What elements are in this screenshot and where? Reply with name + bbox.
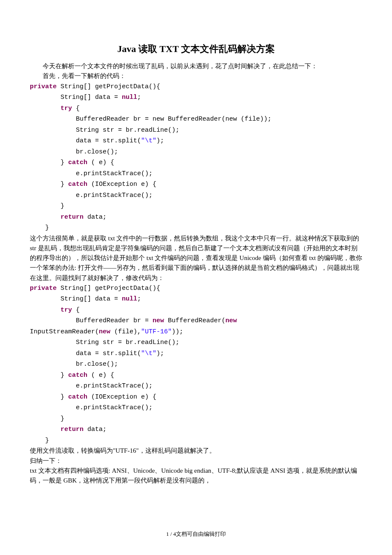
- string-literal: "UTF-16": [141, 328, 172, 335]
- code-text: }: [30, 393, 68, 401]
- code-text: InputStreamReader(: [30, 328, 99, 335]
- code-text: data;: [84, 426, 107, 433]
- keyword-return: return: [61, 426, 84, 433]
- code-text: }: [30, 181, 68, 188]
- code-text: ( e) {: [87, 159, 114, 166]
- keyword-private: private: [30, 83, 57, 90]
- keyword-catch: catch: [68, 181, 87, 188]
- keyword-try: try: [61, 306, 72, 314]
- code-text: data = str.split(: [30, 137, 141, 145]
- code-text: ));: [172, 328, 183, 335]
- page-footer: 1 / 4文档可自由编辑打印: [0, 530, 392, 538]
- code-text: }: [30, 202, 64, 210]
- keyword-catch: catch: [68, 159, 87, 166]
- code-text: e.printStackTrace();: [30, 404, 153, 411]
- code-text: BufferedReader br = new BufferedReader(n…: [30, 116, 271, 123]
- keyword-catch: catch: [68, 393, 87, 401]
- code-text: String[] getProjectData(){: [57, 285, 160, 292]
- code-text: [30, 105, 61, 112]
- code-text: data = str.split(: [30, 350, 141, 357]
- code-text: ( e) {: [87, 372, 114, 379]
- code-text: [30, 426, 61, 433]
- code-text: [237, 317, 241, 324]
- string-literal: "\t": [141, 137, 156, 145]
- code-text: String str = br.readLine();: [30, 339, 179, 346]
- code-text: (file),: [110, 328, 141, 335]
- code-text: }: [30, 415, 64, 422]
- code-text: String[] data =: [30, 94, 122, 101]
- code-text: }: [30, 437, 49, 444]
- code-text: );: [156, 350, 164, 357]
- code-text: }: [30, 372, 68, 379]
- code-text: }: [30, 159, 68, 166]
- keyword-catch: catch: [68, 372, 87, 379]
- keyword-new: new: [225, 317, 237, 324]
- code-text: ;: [137, 94, 141, 101]
- code-text: );: [156, 137, 164, 145]
- code-text: (IOException e) {: [87, 181, 156, 188]
- keyword-new: new: [99, 328, 110, 335]
- code-text: String[] data =: [30, 295, 122, 303]
- code-text: br.close();: [30, 148, 118, 156]
- code-text: BufferedReader br =: [30, 317, 153, 324]
- code-text: {: [72, 306, 80, 314]
- code-text: }: [30, 224, 49, 231]
- paragraph-explain-1: 这个方法很简单，就是获取 txt 文件中的一行数据，然后转换为数组，我这个文本中…: [30, 234, 362, 283]
- code-text: e.printStackTrace();: [30, 192, 153, 199]
- keyword-try: try: [61, 105, 72, 112]
- code-block-1: private String[] getProjectData(){ Strin…: [30, 81, 362, 234]
- paragraph-summary-1: txt 文本文档有四种编码选项: ANSI、Unicode、Unicode bi…: [30, 466, 362, 486]
- code-text: String[] getProjectData(){: [57, 83, 160, 90]
- code-text: data;: [84, 214, 107, 221]
- code-text: [30, 214, 61, 221]
- code-text: ;: [137, 295, 141, 303]
- code-text: (IOException e) {: [87, 393, 156, 401]
- paragraph-intro-2: 首先，先看一下解析的代码：: [30, 71, 362, 81]
- code-text: BufferedReader(: [164, 317, 225, 324]
- paragraph-intro-1: 今天在解析一个文本文件的时候出现了乱码，以前从未遇到，花了点时间解决了，在此总结…: [30, 61, 362, 71]
- keyword-return: return: [61, 214, 84, 221]
- keyword-private: private: [30, 285, 57, 292]
- code-text: [30, 306, 61, 314]
- code-block-2: private String[] getProjectData(){ Strin…: [30, 283, 362, 446]
- code-text: String str = br.readLine();: [30, 127, 179, 134]
- code-text: {: [72, 105, 80, 112]
- string-literal: "\t": [141, 350, 156, 357]
- code-text: e.printStackTrace();: [30, 170, 153, 177]
- code-text: br.close();: [30, 361, 118, 368]
- paragraph-explain-2: 使用文件流读取，转换编码为"UTF-16"，这样乱码问题就解决了。: [30, 446, 362, 456]
- keyword-null: null: [122, 94, 137, 101]
- code-text: e.printStackTrace();: [30, 382, 153, 390]
- keyword-null: null: [122, 295, 137, 303]
- page-title: Java 读取 TXT 文本文件乱码解决方案: [30, 43, 362, 55]
- paragraph-summary-heading: 归纳一下：: [30, 456, 362, 466]
- document-page: Java 读取 TXT 文本文件乱码解决方案 今天在解析一个文本文件的时候出现了…: [0, 0, 392, 555]
- keyword-new: new: [153, 317, 164, 324]
